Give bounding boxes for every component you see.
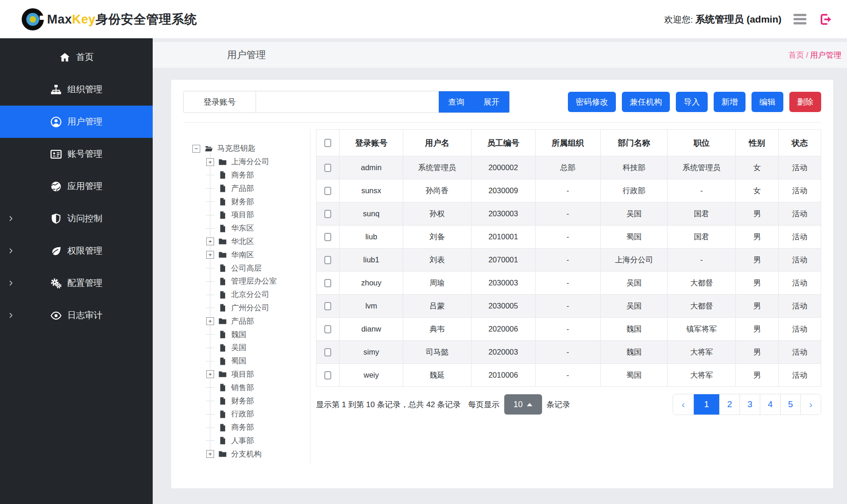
tree-expander-icon[interactable]: + <box>206 237 214 245</box>
cell-6-6: 男 <box>736 295 779 318</box>
tree-node-2[interactable]: 商务部 <box>206 169 310 182</box>
globe-icon <box>50 181 62 192</box>
toolbar: 登录账号 查询 展开 密码修改兼任机构导入新增编辑删除 <box>183 91 821 123</box>
tree-node-19[interactable]: 财务部 <box>206 394 310 408</box>
sidebar-item-account[interactable]: 账号管理 <box>0 138 153 170</box>
table-row-9[interactable]: weiy魏延2010006-蜀国大将军男活动 <box>316 364 821 387</box>
tree-node-16[interactable]: 蜀国 <box>206 355 310 368</box>
tree-node-6[interactable]: 华东区 <box>206 222 310 235</box>
tree-node-8[interactable]: +华南区 <box>206 248 310 261</box>
tree-expander-icon[interactable]: − <box>192 145 200 153</box>
table-row-0[interactable]: admin系统管理员2000002总部科技部系统管理员女活动 <box>316 156 821 179</box>
tree-node-23[interactable]: +分支机构 <box>206 447 310 461</box>
tree-node-11[interactable]: 北京分公司 <box>206 288 310 302</box>
logo-yellow-dot <box>30 16 36 23</box>
table-row-4[interactable]: liub1刘表2070001-上海分公司-男活动 <box>316 249 821 272</box>
row-checkbox[interactable] <box>324 279 331 287</box>
tree-node-18[interactable]: 销售部 <box>206 381 310 394</box>
select-all-checkbox[interactable] <box>324 139 331 147</box>
table-row-2[interactable]: sunq孙权2030003-吴国国君男活动 <box>316 202 821 225</box>
edit-button[interactable]: 编辑 <box>752 92 783 112</box>
sign-out-icon[interactable] <box>818 12 833 27</box>
tree-node-label: 商务部 <box>231 170 254 180</box>
tree-expander-icon[interactable]: + <box>206 450 214 458</box>
tree-node-21[interactable]: 商务部 <box>206 421 310 434</box>
page-button-5[interactable]: 5 <box>780 394 800 415</box>
tree-expander-icon[interactable]: + <box>206 370 214 378</box>
tree-expander-icon[interactable]: + <box>206 251 214 259</box>
tree-node-14[interactable]: 魏国 <box>206 328 310 341</box>
tree-expander-icon[interactable]: + <box>206 317 214 325</box>
tree-node-22[interactable]: 人事部 <box>206 434 310 448</box>
tree-node-9[interactable]: 公司高层 <box>206 261 310 275</box>
tree-expander-icon[interactable]: + <box>206 158 214 166</box>
user-icon <box>50 116 62 128</box>
cell-5-3: - <box>535 272 600 295</box>
expand-button[interactable]: 展开 <box>474 91 509 113</box>
tree-node-5[interactable]: 项目部 <box>206 208 310 222</box>
sidebar-item-access[interactable]: 访问控制 <box>0 202 153 235</box>
row-checkbox[interactable] <box>324 256 331 264</box>
sidebar-item-permission[interactable]: 权限管理 <box>0 235 153 267</box>
tree-node-12[interactable]: 广州分公司 <box>206 302 310 315</box>
cell-1-4: 行政部 <box>600 179 668 202</box>
breadcrumb-home-link[interactable]: 首页 <box>788 51 804 59</box>
row-checkbox-cell <box>316 341 340 364</box>
sidebar-item-org[interactable]: 组织管理 <box>0 73 153 106</box>
tree-node-20[interactable]: 行政部 <box>206 408 310 421</box>
page-next-button[interactable]: › <box>800 394 821 415</box>
sidebar-item-user[interactable]: 用户管理 <box>0 106 153 138</box>
content-row: −马克思钥匙+上海分公司商务部产品部财务部项目部华东区+华北区+华南区公司高层管… <box>183 129 821 464</box>
cell-3-6: 男 <box>736 225 779 249</box>
row-checkbox[interactable] <box>324 233 331 241</box>
table-row-3[interactable]: liub刘备2010001-蜀国国君男活动 <box>316 225 821 249</box>
table-row-7[interactable]: dianw典韦2020006-魏国镇军将军男活动 <box>316 318 821 341</box>
tree-node-3[interactable]: 产品部 <box>206 182 310 195</box>
row-checkbox[interactable] <box>324 371 331 379</box>
tree-node-4[interactable]: 财务部 <box>206 195 310 208</box>
page-button-3[interactable]: 3 <box>740 394 760 415</box>
adjunct-org-button[interactable]: 兼任机构 <box>622 92 670 112</box>
search-field-label: 登录账号 <box>184 91 256 113</box>
tree-node-7[interactable]: +华北区 <box>206 235 310 249</box>
page-prev-button[interactable]: ‹ <box>673 394 693 415</box>
tree-node-15[interactable]: 吴国 <box>206 341 310 355</box>
page-button-1[interactable]: 1 <box>693 394 719 415</box>
row-checkbox[interactable] <box>324 302 331 310</box>
table-row-1[interactable]: sunsx孙尚香2030009-行政部-女活动 <box>316 179 821 202</box>
table-row-8[interactable]: simy司马懿2020003-魏国大将军男活动 <box>316 341 821 364</box>
table-row-6[interactable]: lvm吕蒙2030005-吴国大都督男活动 <box>316 295 821 318</box>
password-modify-button[interactable]: 密码修改 <box>568 92 616 112</box>
table-row-5[interactable]: zhouy周瑜2030003-吴国大都督男活动 <box>316 272 821 295</box>
tree-node-1[interactable]: +上海分公司 <box>206 155 310 169</box>
menu-bars-icon[interactable] <box>793 14 806 24</box>
row-checkbox[interactable] <box>324 164 331 172</box>
cell-9-0: weiy <box>340 364 403 387</box>
row-checkbox[interactable] <box>324 210 331 218</box>
add-button[interactable]: 新增 <box>714 92 746 112</box>
query-button[interactable]: 查询 <box>439 91 474 113</box>
file-icon <box>218 436 227 445</box>
search-input[interactable] <box>256 91 439 113</box>
page-button-2[interactable]: 2 <box>719 394 740 415</box>
tree-node-13[interactable]: +产品部 <box>206 314 310 328</box>
breadcrumb-separator: / <box>806 51 808 59</box>
row-checkbox[interactable] <box>324 348 331 356</box>
sidebar-item-home[interactable]: 首页 <box>0 41 153 73</box>
tree-connector <box>206 387 214 388</box>
page-button-4[interactable]: 4 <box>760 394 780 415</box>
tree-node-10[interactable]: 管理层办公室 <box>206 275 310 288</box>
import-button[interactable]: 导入 <box>676 92 708 112</box>
tree-node-17[interactable]: +项目部 <box>206 368 310 381</box>
cell-2-0: sunq <box>340 202 403 225</box>
per-page-select[interactable]: 10 <box>504 394 542 415</box>
sidebar-item-config[interactable]: 配置管理 <box>0 267 153 299</box>
row-checkbox[interactable] <box>324 325 331 333</box>
file-icon <box>218 423 227 432</box>
tree-node-0[interactable]: −马克思钥匙 <box>192 142 310 155</box>
sidebar-item-app[interactable]: 应用管理 <box>0 170 153 202</box>
delete-button[interactable]: 删除 <box>789 92 821 112</box>
brand-suffix: 身份安全管理系统 <box>95 12 197 26</box>
row-checkbox[interactable] <box>324 187 331 195</box>
sidebar-item-audit[interactable]: 日志审计 <box>0 299 153 332</box>
